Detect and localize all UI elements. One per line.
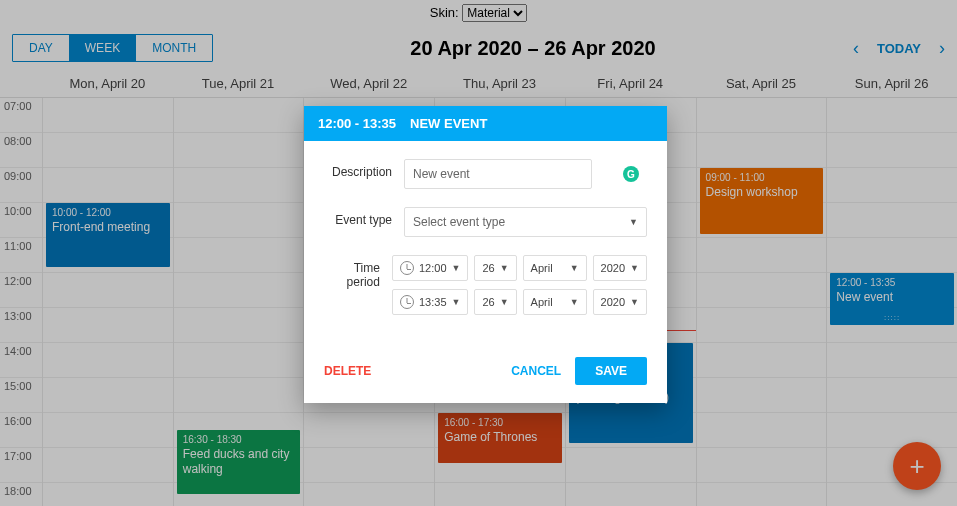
end-time-select[interactable]: 13:35▼ xyxy=(392,289,468,315)
end-day-select[interactable]: 26▼ xyxy=(474,289,516,315)
desc-input[interactable] xyxy=(404,159,592,189)
grammar-check-icon[interactable]: G xyxy=(623,166,639,182)
start-month-select[interactable]: April▼ xyxy=(523,255,587,281)
start-year-select[interactable]: 2020▼ xyxy=(593,255,647,281)
type-label: Event type xyxy=(324,207,404,227)
clock-icon xyxy=(400,295,414,309)
event-type-select[interactable]: Select event type ▼ xyxy=(404,207,647,237)
modal-body: Description G Event type Select event ty… xyxy=(304,141,667,345)
start-time-select[interactable]: 12:00▼ xyxy=(392,255,468,281)
chevron-down-icon: ▼ xyxy=(629,217,638,227)
modal-title: NEW EVENT xyxy=(410,116,487,131)
end-year-select[interactable]: 2020▼ xyxy=(593,289,647,315)
save-button[interactable]: SAVE xyxy=(575,357,647,385)
modal-footer: DELETE CANCEL SAVE xyxy=(304,345,667,403)
modal-time: 12:00 - 13:35 xyxy=(318,116,396,131)
period-label: Time period xyxy=(324,255,392,289)
delete-button[interactable]: DELETE xyxy=(324,364,371,378)
start-day-select[interactable]: 26▼ xyxy=(474,255,516,281)
event-modal: 12:00 - 13:35 NEW EVENT Description G Ev… xyxy=(304,106,667,403)
end-month-select[interactable]: April▼ xyxy=(523,289,587,315)
cancel-button[interactable]: CANCEL xyxy=(511,364,561,378)
desc-label: Description xyxy=(324,159,404,179)
clock-icon xyxy=(400,261,414,275)
modal-header: 12:00 - 13:35 NEW EVENT xyxy=(304,106,667,141)
